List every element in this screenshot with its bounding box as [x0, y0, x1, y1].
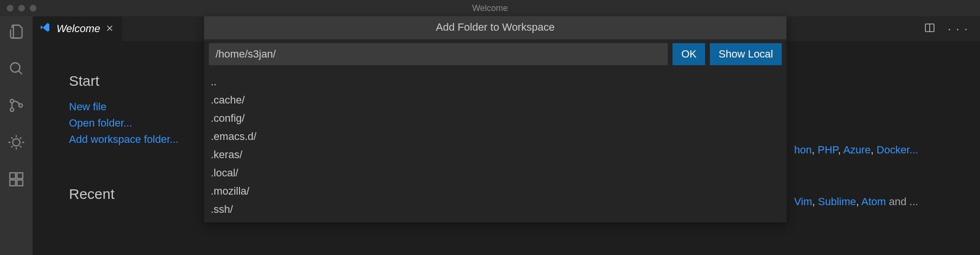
list-item[interactable]: .keras/: [211, 146, 780, 164]
search-icon[interactable]: [8, 60, 25, 80]
activity-bar: [0, 16, 33, 255]
ok-button[interactable]: OK: [672, 43, 705, 65]
and-more-text: and ...: [886, 196, 918, 208]
show-local-button[interactable]: Show Local: [710, 43, 782, 65]
extensions-icon[interactable]: [8, 171, 25, 190]
source-control-icon[interactable]: [8, 97, 25, 116]
svg-point-3: [10, 108, 13, 111]
split-editor-icon[interactable]: [924, 22, 935, 36]
explorer-icon[interactable]: [8, 23, 25, 43]
window-close-dot[interactable]: [7, 5, 13, 12]
vscode-icon: [39, 22, 51, 36]
svg-point-0: [11, 63, 20, 72]
window-minimize-dot[interactable]: [18, 5, 25, 12]
list-item[interactable]: .ssh/: [211, 200, 780, 219]
svg-rect-8: [10, 180, 16, 186]
folder-list: .. .cache/ .config/ .emacs.d/ .keras/ .l…: [204, 71, 786, 219]
more-actions-icon[interactable]: · · ·: [948, 22, 969, 35]
link-docker[interactable]: Docker...: [877, 144, 918, 156]
list-item[interactable]: .emacs.d/: [211, 128, 780, 146]
svg-point-5: [13, 139, 20, 146]
list-item[interactable]: ..: [211, 73, 780, 91]
window-titlebar: Welcome: [0, 0, 980, 16]
svg-rect-6: [10, 173, 16, 179]
customize-snippet: hon, PHP, Azure, Docker... Vim, Sublime,…: [794, 144, 967, 208]
debug-icon[interactable]: [8, 134, 25, 153]
list-item[interactable]: .config/: [211, 109, 780, 128]
tab-welcome[interactable]: Welcome: [33, 16, 123, 41]
window-title: Welcome: [0, 3, 980, 13]
list-item[interactable]: .mozilla/: [211, 182, 780, 200]
close-icon[interactable]: [106, 23, 114, 35]
link-vim[interactable]: Vim: [794, 196, 812, 208]
svg-point-2: [10, 99, 13, 103]
list-item[interactable]: .local/: [211, 164, 780, 182]
modal-title: Add Folder to Workspace: [204, 16, 786, 39]
link-atom[interactable]: Atom: [861, 196, 886, 208]
list-item[interactable]: .cache/: [211, 91, 780, 109]
window-traffic-lights: [0, 5, 36, 12]
link-sublime[interactable]: Sublime: [818, 196, 856, 208]
add-folder-modal: Add Folder to Workspace OK Show Local ..…: [204, 16, 786, 222]
tab-label: Welcome: [57, 23, 100, 35]
svg-line-1: [19, 71, 22, 74]
link-azure[interactable]: Azure: [843, 144, 870, 156]
svg-rect-7: [17, 173, 23, 179]
link-php[interactable]: PHP: [818, 144, 838, 156]
window-zoom-dot[interactable]: [30, 5, 36, 12]
link-python-partial[interactable]: hon: [794, 144, 812, 156]
svg-rect-9: [17, 180, 23, 186]
path-input[interactable]: [209, 43, 668, 65]
